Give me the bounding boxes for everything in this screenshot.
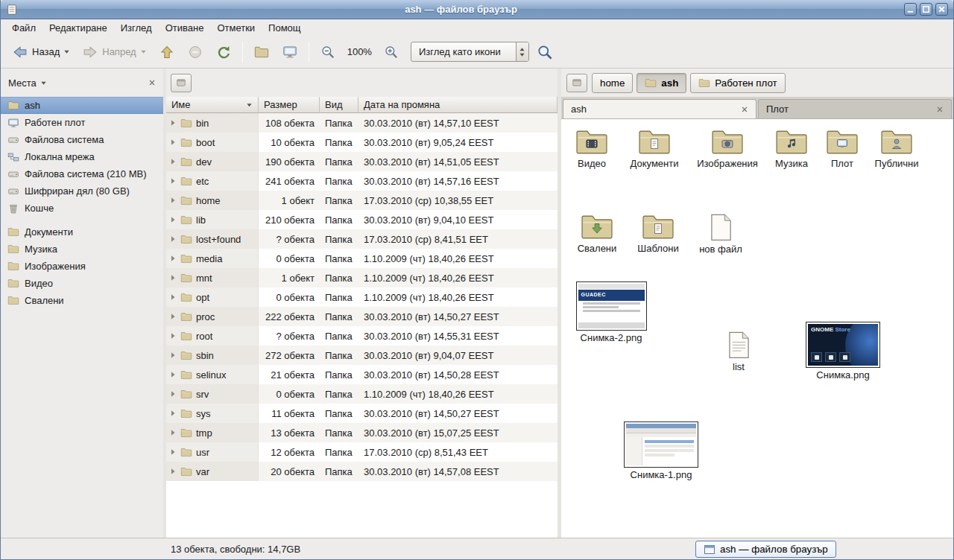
table-row[interactable]: sys11 обектаПапка30.03.2010 (вт) 14,50,2…	[166, 404, 557, 423]
expander-icon[interactable]	[169, 429, 177, 436]
expander-icon[interactable]	[169, 448, 177, 456]
pathbar-crumb[interactable]: ash	[636, 73, 686, 93]
expander-icon[interactable]	[169, 255, 177, 262]
expander-icon[interactable]	[169, 410, 177, 417]
sidebar-item[interactable]: Работен плот	[1, 114, 163, 131]
sidebar-item[interactable]: Свалени	[1, 292, 163, 309]
expander-icon[interactable]	[169, 351, 177, 359]
expander-icon[interactable]	[169, 158, 177, 165]
table-row[interactable]: etc241 обектаПапка30.03.2010 (вт) 14,57,…	[166, 171, 557, 191]
sidebar-item[interactable]: Шифриран дял (80 GB)	[1, 182, 163, 200]
menu-item-4[interactable]: Отметки	[210, 21, 262, 35]
zoom-in-button[interactable]	[378, 39, 405, 65]
tab-inactive[interactable]: Плот	[758, 99, 952, 118]
column-header-name[interactable]: Име	[166, 97, 259, 113]
icon-view-item[interactable]: Снимка-1.png	[624, 421, 698, 481]
column-header-date[interactable]: Дата на промяна	[358, 97, 557, 113]
table-row[interactable]: home1 обектПапка17.03.2010 (ср) 10,38,55…	[166, 191, 557, 210]
up-button[interactable]	[154, 39, 180, 65]
table-row[interactable]: media0 обектаПапка1.10.2009 (чт) 18,40,2…	[166, 249, 557, 268]
sidebar-item[interactable]: Видео	[1, 275, 163, 292]
icon-view-item[interactable]: Публични	[867, 128, 926, 170]
icon-view-item[interactable]: Видео	[562, 128, 622, 170]
table-row[interactable]: mnt1 обектПапка1.10.2009 (чт) 18,40,26 E…	[166, 268, 557, 287]
pathbar-root-button[interactable]	[566, 74, 587, 92]
expander-icon[interactable]	[169, 139, 177, 146]
stop-button[interactable]	[182, 39, 209, 65]
icon-view-item[interactable]: Свалени	[567, 213, 627, 255]
menu-item-0[interactable]: Файл	[5, 21, 42, 35]
expander-icon[interactable]	[169, 119, 177, 127]
icon-view-item[interactable]: Шаблони	[628, 213, 688, 255]
sidebar-item[interactable]: Файлова система (210 MB)	[1, 165, 163, 182]
zoom-out-button[interactable]	[315, 39, 341, 65]
expander-icon[interactable]	[169, 371, 177, 378]
table-row[interactable]: root? обектаПапка30.03.2010 (вт) 14,55,3…	[166, 326, 557, 346]
table-row[interactable]: sbin272 обектаПапка30.03.2010 (вт) 9,04,…	[166, 346, 557, 365]
back-dropdown-icon[interactable]	[63, 48, 70, 55]
icon-view-item[interactable]: Документи	[625, 128, 684, 170]
tab-close-icon[interactable]	[741, 106, 748, 113]
menu-item-1[interactable]: Редактиране	[42, 21, 114, 35]
column-header-type[interactable]: Вид	[320, 97, 358, 113]
pathbar-crumb[interactable]: Работен плот	[690, 73, 785, 93]
sidebar-item[interactable]: Музика	[1, 241, 163, 258]
expander-icon[interactable]	[169, 313, 177, 320]
menu-item-2[interactable]: Изглед	[114, 21, 159, 35]
search-button[interactable]	[531, 39, 559, 66]
taskbar-window-button[interactable]: ash — файлов браузър	[695, 541, 836, 558]
expander-icon[interactable]	[169, 216, 177, 223]
table-row[interactable]: proc222 обектаПапка30.03.2010 (вт) 14,50…	[166, 307, 557, 326]
expander-icon[interactable]	[169, 177, 177, 185]
table-row[interactable]: srv0 обектаПапка1.10.2009 (чт) 18,40,26 …	[166, 384, 557, 404]
titlebar[interactable]: ash — файлов браузър	[1, 0, 953, 19]
table-row[interactable]: var20 обектаПапка30.03.2010 (вт) 14,57,0…	[166, 462, 557, 481]
expander-icon[interactable]	[169, 468, 177, 475]
back-button[interactable]: Назад	[7, 39, 75, 65]
reload-button[interactable]	[210, 39, 237, 65]
icon-view-item[interactable]: GNOME StoreСнимка.png	[806, 322, 880, 381]
view-mode-combo[interactable]: Изглед като икони	[411, 42, 529, 62]
tab-close-icon[interactable]	[936, 106, 944, 113]
close-button[interactable]	[935, 3, 948, 16]
forward-button[interactable]: Напред	[77, 39, 151, 65]
sidebar-item[interactable]: Кошче	[1, 200, 163, 217]
view-mode-spinner[interactable]	[516, 42, 528, 61]
table-row[interactable]: tmp13 обектаПапка30.03.2010 (вт) 15,07,2…	[166, 423, 557, 442]
menu-item-3[interactable]: Отиване	[159, 21, 211, 35]
table-row[interactable]: opt0 обектаПапка1.10.2009 (чт) 18,40,26 …	[166, 287, 557, 307]
sidebar-title[interactable]: Места	[8, 77, 37, 89]
sidebar-item[interactable]: Изображения	[1, 258, 163, 275]
expander-icon[interactable]	[169, 235, 177, 243]
table-row[interactable]: lib210 обектаПапка30.03.2010 (вт) 9,04,1…	[166, 210, 557, 229]
icon-view-item[interactable]: Плот	[812, 128, 872, 170]
table-row[interactable]: boot10 обектаПапка30.03.2010 (вт) 9,05,2…	[166, 133, 557, 152]
expander-icon[interactable]	[169, 293, 177, 301]
table-row[interactable]: selinux21 обектаПапка30.03.2010 (вт) 14,…	[166, 365, 557, 384]
sidebar-item[interactable]: Локална мрежа	[1, 148, 163, 165]
minimize-button[interactable]	[904, 3, 917, 16]
table-row[interactable]: usr12 обектаПапка17.03.2010 (ср) 8,51,43…	[166, 442, 557, 462]
menu-item-5[interactable]: Помощ	[262, 21, 307, 35]
sidebar-item[interactable]: ash	[1, 97, 163, 114]
expander-icon[interactable]	[169, 197, 177, 204]
expander-icon[interactable]	[169, 390, 177, 398]
icon-view-item[interactable]: Изображения	[696, 128, 759, 170]
icon-view-item[interactable]: list	[709, 331, 768, 373]
pathbar-crumb[interactable]: home	[592, 73, 633, 93]
table-row[interactable]: lost+found? обектаПапка17.03.2010 (ср) 8…	[166, 229, 557, 249]
icon-view[interactable]: ВидеоДокументиИзображенияМузикаПлотПубли…	[561, 119, 953, 538]
expander-icon[interactable]	[169, 332, 177, 340]
expander-icon[interactable]	[169, 274, 177, 281]
sidebar-selector-icon[interactable]	[40, 80, 47, 86]
home-button[interactable]	[248, 39, 275, 65]
maximize-button[interactable]	[920, 3, 932, 16]
sidebar-item[interactable]: Файлова система	[1, 131, 163, 148]
icon-view-item[interactable]: нов файл	[691, 213, 751, 255]
computer-button[interactable]	[277, 39, 303, 65]
table-row[interactable]: bin108 обектаПапка30.03.2010 (вт) 14,57,…	[166, 113, 557, 133]
icon-view-item[interactable]: GUADECСнимка-2.png	[574, 281, 648, 344]
pane-location-button[interactable]	[171, 74, 192, 92]
tab-active[interactable]: ash	[563, 99, 756, 118]
sidebar-close-icon[interactable]	[148, 79, 156, 86]
